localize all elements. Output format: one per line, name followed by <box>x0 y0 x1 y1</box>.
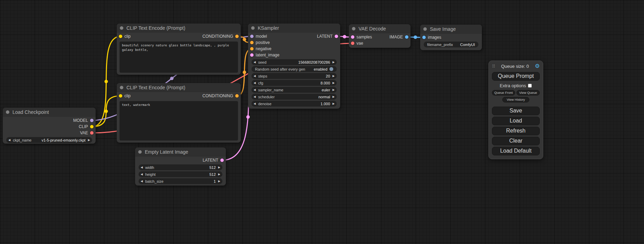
node-clip-text-encode-negative[interactable]: CLIP Text Encode (Prompt) clip CONDITION… <box>117 83 241 143</box>
widget-seed[interactable]: ◀ seed 156680208700286 ▶ <box>252 59 337 65</box>
output-dot-clip[interactable] <box>90 125 94 128</box>
collapse-dot-icon[interactable] <box>251 26 255 30</box>
view-history-button[interactable]: View History <box>502 97 529 102</box>
input-dot-negative[interactable] <box>250 47 254 51</box>
node-titlebar[interactable]: VAE Decode <box>349 24 411 33</box>
drag-handle-icon[interactable]: ⠿ <box>492 64 495 69</box>
input-dot-clip[interactable] <box>119 35 122 38</box>
widget-steps[interactable]: ◀ steps 20 ▶ <box>252 73 337 79</box>
node-titlebar[interactable]: KSampler <box>248 24 340 33</box>
output-slot-conditioning[interactable]: CONDITIONING <box>202 34 239 39</box>
widget-filename-prefix[interactable]: filename_prefix ComfyUI <box>424 42 478 47</box>
output-dot-conditioning[interactable] <box>235 35 239 38</box>
increment-arrow-icon[interactable]: ▶ <box>333 61 335 64</box>
input-slot-clip[interactable]: clip <box>119 34 131 39</box>
negative-prompt-textarea[interactable]: text, watermark <box>120 101 238 141</box>
input-dot-model[interactable] <box>250 35 254 38</box>
input-dot-clip[interactable] <box>119 94 122 98</box>
next-arrow-icon[interactable]: ▶ <box>333 89 335 91</box>
output-slot-model[interactable]: MODEL <box>73 118 94 123</box>
node-titlebar[interactable]: Empty Latent Image <box>135 147 226 156</box>
decrement-arrow-icon[interactable]: ◀ <box>141 173 143 176</box>
view-queue-button[interactable]: View Queue <box>517 90 540 96</box>
increment-arrow-icon[interactable]: ▶ <box>333 75 335 78</box>
output-slot-clip[interactable]: CLIP <box>79 124 94 129</box>
collapse-dot-icon[interactable] <box>138 150 142 154</box>
refresh-button[interactable]: Refresh <box>492 127 540 135</box>
prev-arrow-icon[interactable]: ◀ <box>8 139 10 142</box>
input-slot-model[interactable]: model <box>250 34 267 39</box>
increment-arrow-icon[interactable]: ▶ <box>218 173 220 176</box>
output-slot-vae[interactable]: VAE <box>80 130 94 135</box>
increment-arrow-icon[interactable]: ▶ <box>333 102 335 105</box>
output-slot-conditioning[interactable]: CONDITIONING <box>202 93 239 98</box>
input-dot-images[interactable] <box>422 36 426 39</box>
input-dot-vae[interactable] <box>351 42 354 45</box>
decrement-arrow-icon[interactable]: ◀ <box>254 102 256 105</box>
collapse-dot-icon[interactable] <box>352 27 355 30</box>
node-clip-text-encode-positive[interactable]: CLIP Text Encode (Prompt) clip CONDITION… <box>117 24 241 75</box>
node-empty-latent-image[interactable]: Empty Latent Image LATENT ◀ width 512 ▶ … <box>135 147 226 186</box>
input-slot-samples[interactable]: samples <box>351 35 372 39</box>
node-save-image[interactable]: Save Image images filename_prefix ComfyU… <box>420 25 482 50</box>
increment-arrow-icon[interactable]: ▶ <box>218 180 220 183</box>
next-arrow-icon[interactable]: ▶ <box>333 96 335 98</box>
increment-arrow-icon[interactable]: ▶ <box>218 166 220 169</box>
extra-options-checkbox[interactable] <box>528 84 532 88</box>
output-slot-image[interactable]: IMAGE <box>389 35 408 39</box>
output-dot-model[interactable] <box>90 119 94 122</box>
queue-prompt-button[interactable]: Queue Prompt <box>492 72 540 81</box>
input-dot-latent-image[interactable] <box>250 53 254 57</box>
widget-denoise[interactable]: ◀ denoise 1.000 ▶ <box>252 101 337 107</box>
decrement-arrow-icon[interactable]: ◀ <box>141 180 143 183</box>
decrement-arrow-icon[interactable]: ◀ <box>254 61 256 64</box>
output-dot-latent[interactable] <box>335 35 338 38</box>
positive-prompt-textarea[interactable]: beautiful scenery nature glass bottle la… <box>120 42 238 73</box>
widget-cfg[interactable]: ◀ cfg 8.000 ▶ <box>252 80 337 86</box>
node-titlebar[interactable]: CLIP Text Encode (Prompt) <box>117 83 241 92</box>
next-arrow-icon[interactable]: ▶ <box>88 139 90 142</box>
load-default-button[interactable]: Load Default <box>492 147 540 155</box>
queue-front-button[interactable]: Queue Front <box>492 90 515 96</box>
node-titlebar[interactable]: Load Checkpoint <box>3 108 96 117</box>
widget-sampler-name[interactable]: ◀ sampler_name euler ▶ <box>252 87 337 93</box>
output-dot-latent[interactable] <box>220 159 224 162</box>
increment-arrow-icon[interactable]: ▶ <box>333 82 335 84</box>
widget-random-seed-toggle[interactable]: Random seed after every gen enabled <box>252 66 337 72</box>
settings-gear-icon[interactable]: ⚙ <box>535 63 540 69</box>
prev-arrow-icon[interactable]: ◀ <box>254 96 256 98</box>
toggle-knob-icon[interactable] <box>329 67 333 71</box>
input-slot-clip[interactable]: clip <box>119 93 131 98</box>
input-dot-samples[interactable] <box>351 35 354 39</box>
collapse-dot-icon[interactable] <box>6 110 9 114</box>
collapse-dot-icon[interactable] <box>423 27 427 31</box>
output-slot-latent[interactable]: LATENT <box>203 158 224 163</box>
output-dot-conditioning[interactable] <box>235 94 239 98</box>
input-slot-vae[interactable]: vae <box>351 41 363 46</box>
widget-height[interactable]: ◀ height 512 ▶ <box>139 171 222 177</box>
output-dot-vae[interactable] <box>90 131 94 135</box>
widget-scheduler[interactable]: ◀ scheduler normal ▶ <box>252 94 337 100</box>
node-ksampler[interactable]: KSampler model LATENT positive <box>248 24 340 109</box>
prev-arrow-icon[interactable]: ◀ <box>254 89 256 91</box>
node-vae-decode[interactable]: VAE Decode samples IMAGE vae <box>349 24 411 48</box>
input-dot-positive[interactable] <box>250 41 254 44</box>
widget-ckpt-name[interactable]: ◀ ckpt_name v1-5-pruned-emaonly.ckpt ▶ <box>6 137 92 143</box>
node-graph-canvas[interactable]: Load Checkpoint MODEL CLIP VAE <box>0 0 644 244</box>
input-slot-negative[interactable]: negative <box>250 46 271 51</box>
widget-batch-size[interactable]: ◀ batch_size 1 ▶ <box>139 178 222 184</box>
collapse-dot-icon[interactable] <box>120 86 123 89</box>
load-button[interactable]: Load <box>492 117 540 125</box>
widget-width[interactable]: ◀ width 512 ▶ <box>139 164 222 170</box>
decrement-arrow-icon[interactable]: ◀ <box>141 166 143 169</box>
output-dot-image[interactable] <box>405 35 408 39</box>
output-slot-latent[interactable]: LATENT <box>317 34 338 39</box>
input-slot-positive[interactable]: positive <box>250 40 270 45</box>
node-load-checkpoint[interactable]: Load Checkpoint MODEL CLIP VAE <box>3 108 96 144</box>
input-slot-latent-image[interactable]: latent_image <box>250 53 280 57</box>
input-slot-images[interactable]: images <box>422 35 441 40</box>
decrement-arrow-icon[interactable]: ◀ <box>254 75 256 78</box>
node-titlebar[interactable]: CLIP Text Encode (Prompt) <box>117 24 241 33</box>
collapse-dot-icon[interactable] <box>120 26 123 30</box>
node-titlebar[interactable]: Save Image <box>420 25 482 34</box>
